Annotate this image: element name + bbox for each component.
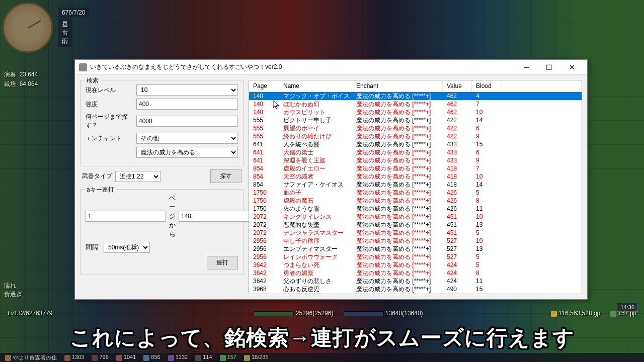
col-blood[interactable]: Blood bbox=[472, 80, 502, 92]
date-display: 676/7/20 bbox=[58, 8, 90, 18]
maximize-button[interactable]: ☐ bbox=[538, 60, 560, 74]
search-fieldset: 検索 現在レベル 10 強度 何ページまで探す？ エンチャント その他 bbox=[80, 80, 244, 166]
status-full: 食過ぎ bbox=[4, 290, 22, 299]
strength-label: 強度 bbox=[86, 100, 133, 109]
status-wet: 濡れ bbox=[4, 282, 22, 290]
enchant-select-1[interactable]: その他 bbox=[136, 133, 238, 144]
strength-input[interactable] bbox=[136, 99, 238, 110]
hp-bar bbox=[254, 311, 294, 316]
table-row[interactable]: 140ぼむかわぬ幻魔法の威力を高める [*****+]4627 bbox=[249, 100, 582, 108]
pages-label: 何ページまで探す？ bbox=[86, 113, 133, 130]
interval-label: 間隔 bbox=[86, 243, 101, 252]
hp-value: 25296(25296) bbox=[296, 310, 334, 317]
gold-value: 116,563,528 gp bbox=[558, 310, 600, 317]
hud-status: 濡れ 食過ぎ bbox=[4, 282, 22, 299]
skill2-value: 64.064 bbox=[20, 80, 38, 87]
gold-icon bbox=[551, 311, 557, 317]
level-display: Lv132/62763779 bbox=[8, 310, 52, 317]
skill1-value: 23.644 bbox=[20, 71, 38, 78]
skill2-label: 栽培 bbox=[4, 80, 16, 87]
table-row[interactable]: 1750血の子魔法の威力を高める [*****+]4265 bbox=[249, 189, 582, 197]
skill1-label: 演奏 bbox=[4, 71, 16, 78]
weapon-label: 武器タイプ bbox=[82, 172, 112, 180]
renda-button[interactable]: 連打 bbox=[207, 256, 238, 269]
weapon-select[interactable]: 近接1.22 bbox=[115, 171, 160, 182]
col-enchant[interactable]: Enchant bbox=[352, 80, 443, 92]
table-row[interactable]: 641深淵を覗く王族魔法の威力を高める [*****+]4339 bbox=[249, 156, 582, 164]
table-row[interactable]: 2956エンプティマスター魔法の威力を高める [*****+]52713 bbox=[249, 245, 582, 253]
table-row[interactable]: 3642つまらない死魔法の威力を高める [*****+]4245 bbox=[249, 261, 582, 269]
search-dialog: いきているぶきのなまえをじどうでさがしてくれるすごいやつ！ver2.0 ─ ☐ … bbox=[74, 59, 588, 300]
table-row[interactable]: 2956申し子の秩序魔法の威力を高める [*****+]52710 bbox=[249, 237, 582, 245]
table-row[interactable]: 3642父ゆずりの悲しさ魔法の威力を高める [*****+]42411 bbox=[249, 277, 582, 285]
table-row[interactable]: 2072デンジャラスマスター魔法の威力を高める [*****+]4515 bbox=[249, 229, 582, 237]
hud-stats-bar: やはり首謀者の住 1303 796 1041 856 1132 114 157 … bbox=[0, 353, 644, 362]
table-body[interactable]: 140マジック・オブ・ボイス魔法の威力を高める [*****+]4624140ぼ… bbox=[249, 92, 582, 294]
results-table: Page Name Enchant Value Blood 140マジック・オブ… bbox=[249, 80, 582, 294]
pp-icon bbox=[610, 311, 616, 317]
interval-select[interactable]: 50ms(推奨) bbox=[104, 242, 150, 253]
col-page[interactable]: Page bbox=[249, 80, 279, 92]
level-select[interactable]: 10 bbox=[136, 84, 238, 96]
hud-skills: 演奏 23.644 栽培 64.064 bbox=[4, 70, 38, 89]
col-name[interactable]: Name bbox=[279, 80, 352, 92]
table-row[interactable]: 854虐殺のイエロー魔法の威力を高める [*****+]4187 bbox=[249, 164, 582, 172]
renda-from-label: ページから bbox=[169, 194, 176, 239]
time-badge: 14:36 bbox=[617, 303, 638, 312]
mp-bar bbox=[344, 311, 384, 316]
hud-top: 676/7/20 昼 雷雨 bbox=[3, 3, 53, 53]
col-value[interactable]: Value bbox=[443, 80, 472, 92]
table-row[interactable]: 140カウスピリット魔法の威力を高める [*****+]46210 bbox=[249, 108, 582, 116]
app-icon bbox=[79, 63, 87, 71]
table-row[interactable]: 1750虐殺の魔石魔法の威力を高める [*****+]4268 bbox=[249, 197, 582, 205]
table-row[interactable]: 555展望のボーイ魔法の威力を高める [*****+]4226 bbox=[249, 124, 582, 132]
enchant-label: エンチャント bbox=[86, 134, 133, 143]
search-button[interactable]: 探す bbox=[210, 169, 242, 183]
hud-bottom: Lv132/62763779 25296(25296) 13640(13640)… bbox=[0, 306, 644, 321]
table-row[interactable]: 555終わりの雄たけび魔法の威力を高める [*****+]4229 bbox=[249, 132, 582, 140]
map-icon bbox=[5, 355, 11, 361]
table-row[interactable]: 555ビクトリー申し子魔法の威力を高める [*****+]42214 bbox=[249, 116, 582, 124]
titlebar[interactable]: いきているぶきのなまえをじどうでさがしてくれるすごいやつ！ver2.0 ─ ☐ … bbox=[75, 60, 587, 75]
pages-input[interactable] bbox=[136, 116, 238, 127]
subtitle-text: これによって、銘検索→連打がスムーズに行えます bbox=[0, 324, 644, 352]
clock-icon bbox=[3, 3, 53, 53]
table-row[interactable]: 2956レインボウウォーク魔法の威力を高める [*****+]5275 bbox=[249, 253, 582, 261]
minimize-button[interactable]: ─ bbox=[515, 60, 538, 74]
weather-display: 昼 雷雨 bbox=[58, 19, 72, 47]
table-row[interactable]: 3968心ある反逆児魔法の威力を高める [*****+]49015 bbox=[249, 285, 582, 293]
table-row[interactable]: 854サファイア・ケイオス魔法の威力を高める [*****+]41814 bbox=[249, 180, 582, 189]
renda-from-input[interactable] bbox=[86, 211, 166, 222]
table-row[interactable]: 3642勇者の媚楽魔法の威力を高める [*****+]4248 bbox=[249, 269, 582, 277]
table-row[interactable]: 854天空の識者魔法の威力を高める [*****+]41810 bbox=[249, 172, 582, 180]
renda-legend: aキー連打 bbox=[85, 186, 116, 194]
table-row[interactable]: 2072悪魔的な失墜魔法の威力を高める [*****+]45113 bbox=[249, 221, 582, 229]
close-button[interactable]: ✕ bbox=[560, 60, 583, 74]
table-row[interactable]: 2072キングサイレンス魔法の威力を高める [*****+]45110 bbox=[249, 213, 582, 221]
enchant-select-2[interactable]: 魔法の威力を高める bbox=[136, 147, 238, 158]
level-label: 現在レベル bbox=[86, 86, 133, 95]
table-row[interactable]: 140マジック・オブ・ボイス魔法の威力を高める [*****+]4624 bbox=[249, 92, 582, 100]
search-legend: 検索 bbox=[85, 76, 101, 85]
renda-fieldset: aキー連打 ページから ページまで 間隔 50ms(推奨) 連打 bbox=[80, 189, 244, 275]
table-row[interactable]: 1750火のような雪魔法の威力を高める [*****+]42611 bbox=[249, 205, 582, 213]
renda-to-input[interactable] bbox=[179, 211, 259, 222]
window-title: いきているぶきのなまえをじどうでさがしてくれるすごいやつ！ver2.0 bbox=[90, 63, 515, 71]
table-row[interactable]: 641大儀の策士魔法の威力を高める [*****+]4336 bbox=[249, 148, 582, 156]
table-header: Page Name Enchant Value Blood bbox=[249, 80, 582, 92]
table-row[interactable]: 641人を統べる髪魔法の威力を高める [*****+]43315 bbox=[249, 140, 582, 148]
mp-value: 13640(13640) bbox=[385, 310, 423, 317]
